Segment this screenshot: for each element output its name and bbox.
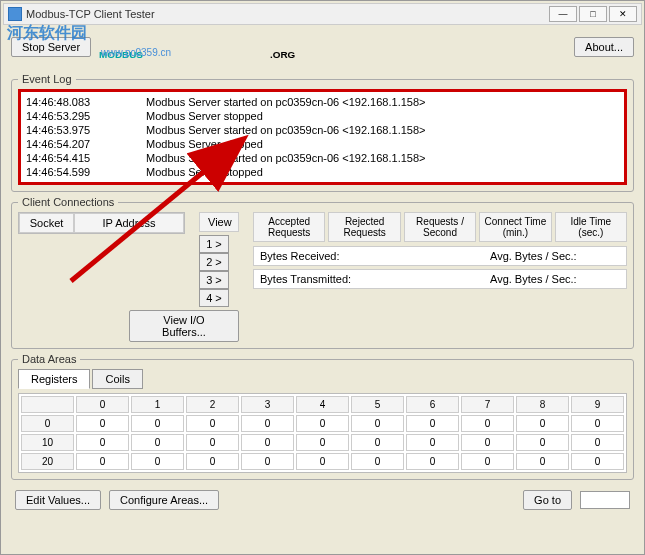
col-header: 0 (76, 396, 129, 413)
data-cell[interactable]: 0 (76, 434, 129, 451)
goto-button[interactable]: Go to (523, 490, 572, 510)
log-message: Modbus Server stopped (146, 165, 263, 179)
table-row: 100000000000 (21, 434, 624, 451)
log-entry: 14:46:54.599Modbus Server stopped (26, 165, 619, 179)
view-bank-button[interactable]: 3 > (199, 271, 229, 289)
titlebar: Modbus-TCP Client Tester — □ ✕ (3, 3, 642, 25)
data-cell[interactable]: 0 (241, 434, 294, 451)
event-log-legend: Event Log (18, 73, 76, 85)
data-cell[interactable]: 0 (516, 434, 569, 451)
configure-areas-button[interactable]: Configure Areas... (109, 490, 219, 510)
view-bank-button[interactable]: 1 > (199, 235, 229, 253)
data-cell[interactable]: 0 (351, 434, 404, 451)
view-header: View (199, 212, 239, 232)
ip-address-header: IP Address (74, 213, 184, 233)
data-cell[interactable]: 0 (516, 415, 569, 432)
data-cell[interactable]: 0 (351, 453, 404, 470)
data-cell[interactable]: 0 (296, 434, 349, 451)
data-cell[interactable]: 0 (406, 415, 459, 432)
row-header: 0 (21, 415, 74, 432)
requests-per-second-header: Requests / Second (404, 212, 476, 242)
data-cell[interactable]: 0 (131, 415, 184, 432)
bytes-transmitted-label: Bytes Transmitted: (260, 273, 370, 285)
toolbar: Stop Server MODBUS .ORG About... (3, 25, 642, 69)
idle-time-header: Idle Time (sec.) (555, 212, 627, 242)
table-row: 200000000000 (21, 453, 624, 470)
log-entry: 14:46:53.975Modbus Server started on pc0… (26, 123, 619, 137)
col-header: 8 (516, 396, 569, 413)
avg-bytes-rx-label: Avg. Bytes / Sec.: (490, 250, 620, 262)
stats-header-row: Accepted Requests Rejected Requests Requ… (253, 212, 627, 242)
view-bank-button[interactable]: 2 > (199, 253, 229, 271)
data-cell[interactable]: 0 (406, 434, 459, 451)
data-cell[interactable]: 0 (461, 453, 514, 470)
view-column: View 1 >2 >3 >4 > View I/O Buffers... (199, 212, 239, 342)
data-cell[interactable]: 0 (131, 434, 184, 451)
data-cell[interactable]: 0 (571, 453, 624, 470)
data-cell[interactable]: 0 (571, 415, 624, 432)
data-cell[interactable]: 0 (186, 434, 239, 451)
maximize-button[interactable]: □ (579, 6, 607, 22)
data-cell[interactable]: 0 (76, 453, 129, 470)
data-grid[interactable]: 0123456789 00000000000100000000000200000… (18, 393, 627, 473)
log-entry: 14:46:48.083Modbus Server started on pc0… (26, 95, 619, 109)
svg-text:.ORG: .ORG (270, 49, 296, 60)
data-cell[interactable]: 0 (461, 415, 514, 432)
log-time: 14:46:54.599 (26, 165, 106, 179)
log-message: Modbus Server started on pc0359cn-06 <19… (146, 123, 425, 137)
view-io-buffers-button[interactable]: View I/O Buffers... (129, 310, 239, 342)
col-header: 4 (296, 396, 349, 413)
log-message: Modbus Server started on pc0359cn-06 <19… (146, 151, 425, 165)
col-header: 9 (571, 396, 624, 413)
log-time: 14:46:53.295 (26, 109, 106, 123)
goto-input[interactable] (580, 491, 630, 509)
data-cell[interactable]: 0 (571, 434, 624, 451)
view-bank-button[interactable]: 4 > (199, 289, 229, 307)
event-log-group: Event Log 14:46:48.083Modbus Server star… (11, 73, 634, 192)
data-cell[interactable]: 0 (296, 453, 349, 470)
data-cell[interactable]: 0 (351, 415, 404, 432)
col-header: 7 (461, 396, 514, 413)
log-time: 14:46:54.415 (26, 151, 106, 165)
col-header: 6 (406, 396, 459, 413)
log-message: Modbus Server stopped (146, 137, 263, 151)
data-cell[interactable]: 0 (76, 415, 129, 432)
window-title: Modbus-TCP Client Tester (26, 8, 549, 20)
client-connections-legend: Client Connections (18, 196, 118, 208)
data-cell[interactable]: 0 (186, 415, 239, 432)
edit-values-button[interactable]: Edit Values... (15, 490, 101, 510)
data-cell[interactable]: 0 (406, 453, 459, 470)
tab-coils[interactable]: Coils (92, 369, 142, 389)
event-log-box: 14:46:48.083Modbus Server started on pc0… (18, 89, 627, 185)
rejected-requests-header: Rejected Requests (328, 212, 400, 242)
data-cell[interactable]: 0 (296, 415, 349, 432)
bytes-received-row: Bytes Received: Avg. Bytes / Sec.: (253, 246, 627, 266)
client-connections-group: Client Connections Socket IP Address Vie… (11, 196, 634, 349)
data-cell[interactable]: 0 (241, 415, 294, 432)
data-cell[interactable]: 0 (241, 453, 294, 470)
data-cell[interactable]: 0 (186, 453, 239, 470)
row-header: 20 (21, 453, 74, 470)
stop-server-button[interactable]: Stop Server (11, 37, 91, 57)
socket-header: Socket (19, 213, 74, 233)
about-button[interactable]: About... (574, 37, 634, 57)
col-header: 2 (186, 396, 239, 413)
log-message: Modbus Server started on pc0359cn-06 <19… (146, 95, 425, 109)
col-header: 3 (241, 396, 294, 413)
data-cell[interactable]: 0 (461, 434, 514, 451)
col-header: 1 (131, 396, 184, 413)
app-icon (8, 7, 22, 21)
log-time: 14:46:53.975 (26, 123, 106, 137)
minimize-button[interactable]: — (549, 6, 577, 22)
data-cell[interactable]: 0 (516, 453, 569, 470)
window-controls: — □ ✕ (549, 6, 637, 22)
data-cell[interactable]: 0 (131, 453, 184, 470)
close-button[interactable]: ✕ (609, 6, 637, 22)
connect-time-header: Connect Time (min.) (479, 212, 551, 242)
log-entry: 14:46:54.207Modbus Server stopped (26, 137, 619, 151)
bottom-toolbar: Edit Values... Configure Areas... Go to (3, 484, 642, 516)
bytes-transmitted-row: Bytes Transmitted: Avg. Bytes / Sec.: (253, 269, 627, 289)
col-header: 5 (351, 396, 404, 413)
row-header: 10 (21, 434, 74, 451)
tab-registers[interactable]: Registers (18, 369, 90, 389)
